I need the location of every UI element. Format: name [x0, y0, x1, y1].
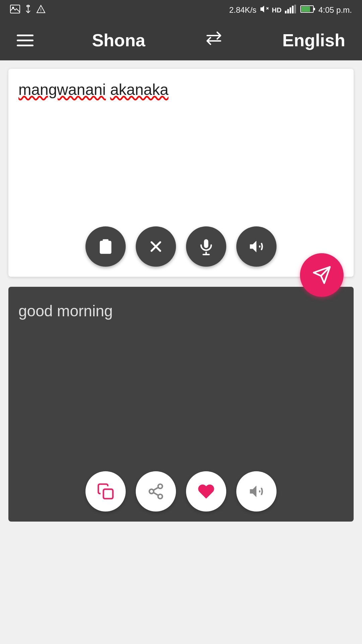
- usb-icon: [24, 4, 32, 16]
- svg-rect-12: [314, 8, 315, 10]
- status-icons-right: 2.84K/s HD: [229, 5, 352, 15]
- input-actions: [85, 226, 277, 267]
- input-word-1: mangwanani: [18, 81, 106, 98]
- image-icon: [10, 5, 20, 16]
- nav-bar: Shona English: [0, 20, 362, 60]
- svg-rect-16: [204, 239, 208, 248]
- input-speaker-button[interactable]: [236, 226, 277, 267]
- input-word-2: akanaka: [110, 81, 169, 98]
- speed-text: 2.84K/s: [229, 5, 256, 15]
- svg-rect-5: [285, 11, 287, 13]
- time-text: 4:05 p.m.: [318, 5, 352, 15]
- svg-line-24: [154, 487, 159, 490]
- svg-rect-11: [301, 6, 310, 12]
- source-language[interactable]: Shona: [92, 30, 145, 50]
- input-text-area[interactable]: mangwanani akanaka: [18, 79, 344, 100]
- svg-rect-7: [290, 7, 291, 13]
- status-icons-left: !: [10, 4, 46, 16]
- output-speaker-button[interactable]: [236, 471, 277, 512]
- mute-icon: [260, 5, 268, 15]
- clear-button[interactable]: [136, 226, 176, 267]
- output-text: good morning: [18, 300, 344, 322]
- svg-rect-19: [104, 489, 113, 499]
- warning-icon: !: [36, 5, 46, 16]
- swap-language-button[interactable]: [204, 30, 224, 50]
- signal-icon: [285, 5, 297, 15]
- svg-rect-6: [287, 9, 289, 13]
- output-section: good morning: [8, 287, 354, 522]
- input-section: mangwanani akanaka: [8, 69, 354, 277]
- battery-icon: [300, 5, 315, 15]
- clipboard-button[interactable]: [85, 226, 126, 267]
- output-actions: [85, 471, 277, 512]
- svg-text:!: !: [40, 7, 42, 13]
- svg-rect-8: [292, 6, 294, 13]
- hd-icon: HD: [272, 6, 282, 14]
- svg-point-20: [158, 484, 163, 488]
- svg-rect-9: [294, 5, 296, 13]
- target-language[interactable]: English: [282, 30, 345, 50]
- microphone-button[interactable]: [186, 226, 226, 267]
- svg-line-23: [154, 492, 159, 495]
- svg-point-21: [149, 489, 154, 494]
- svg-point-22: [158, 494, 163, 499]
- translate-button[interactable]: [300, 253, 344, 297]
- status-bar: ! 2.84K/s HD: [0, 0, 362, 20]
- copy-button[interactable]: [85, 471, 126, 512]
- menu-button[interactable]: [17, 35, 34, 46]
- favorite-button[interactable]: [186, 471, 226, 512]
- svg-rect-13: [103, 239, 108, 242]
- share-button[interactable]: [136, 471, 176, 512]
